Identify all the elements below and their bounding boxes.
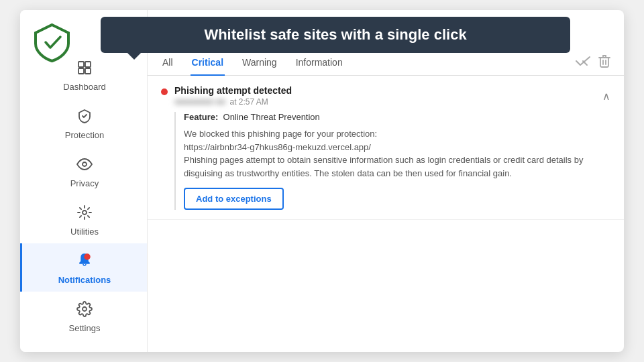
app-logo xyxy=(34,22,70,59)
sidebar-label-utilities: Utilities xyxy=(70,227,99,237)
notification-item: Phishing attempt detected ■■■■■■■■ ■■ at… xyxy=(148,76,624,220)
feature-value: Online Threat Prevention xyxy=(223,112,320,122)
unread-dot xyxy=(161,88,168,95)
notification-description: We blocked this phishing page for your p… xyxy=(184,127,610,180)
tab-actions xyxy=(576,54,610,71)
mark-all-read-button[interactable] xyxy=(576,56,590,70)
bell-icon xyxy=(76,253,93,272)
feature-label: Feature: xyxy=(184,112,218,122)
svg-rect-1 xyxy=(85,62,91,67)
notification-source-blurred: ■■■■■■■■ ■■ xyxy=(174,97,225,107)
tab-warning[interactable]: Warning xyxy=(241,50,278,76)
svg-rect-0 xyxy=(78,62,84,67)
add-to-exceptions-button[interactable]: Add to exceptions xyxy=(184,188,284,210)
sidebar-label-privacy: Privacy xyxy=(70,178,99,188)
notification-feature: Feature: Online Threat Prevention xyxy=(184,112,610,122)
notification-header: Phishing attempt detected ■■■■■■■■ ■■ at… xyxy=(161,85,610,107)
notification-url: https://airbnbr34-g7hkus86g-mekuzd.verce… xyxy=(184,142,371,152)
sidebar-label-settings: Settings xyxy=(69,323,101,333)
description-line2: Phishing pages attempt to obtain sensiti… xyxy=(184,155,583,178)
dashboard-icon xyxy=(76,60,93,78)
svg-rect-2 xyxy=(78,68,84,74)
svg-point-6 xyxy=(85,254,90,259)
svg-point-5 xyxy=(83,210,87,215)
sidebar-label-protection: Protection xyxy=(65,130,105,140)
main-content: All Critical Warning Information xyxy=(148,10,624,352)
eye-icon xyxy=(76,156,93,175)
sidebar-item-settings[interactable]: Settings xyxy=(20,292,147,340)
gear-icon xyxy=(76,301,93,320)
notifications-list: Phishing attempt detected ■■■■■■■■ ■■ at… xyxy=(148,76,624,352)
tabs-bar: All Critical Warning Information xyxy=(148,50,624,76)
sidebar-item-protection[interactable]: Protection xyxy=(20,99,147,147)
description-line1: We blocked this phishing page for your p… xyxy=(184,129,377,139)
tooltip-banner: Whitelist safe sites with a single click xyxy=(101,17,570,53)
notification-title-row: Phishing attempt detected ■■■■■■■■ ■■ at… xyxy=(174,85,610,107)
sidebar-item-utilities[interactable]: Utilities xyxy=(20,195,147,243)
svg-rect-3 xyxy=(85,68,91,74)
tab-information[interactable]: Information xyxy=(294,50,344,76)
tab-all[interactable]: All xyxy=(161,50,174,76)
shield-icon xyxy=(76,108,93,127)
delete-button[interactable] xyxy=(598,54,610,71)
notification-time-label: at 2:57 AM xyxy=(230,97,268,107)
notification-body: Feature: Online Threat Prevention We blo… xyxy=(174,112,610,210)
notification-title: Phishing attempt detected xyxy=(174,85,292,96)
sidebar-item-notifications[interactable]: Notifications xyxy=(20,243,147,292)
sidebar-label-notifications: Notifications xyxy=(58,275,111,285)
notification-time: ■■■■■■■■ ■■ at 2:57 AM xyxy=(174,97,292,107)
sidebar-label-dashboard: Dashboard xyxy=(63,82,106,92)
sidebar-item-privacy[interactable]: Privacy xyxy=(20,147,147,195)
svg-point-4 xyxy=(83,162,87,166)
svg-point-7 xyxy=(83,307,87,311)
tooltip-text: Whitelist safe sites with a single click xyxy=(204,26,466,43)
app-window: Whitelist safe sites with a single click… xyxy=(20,10,624,352)
expand-icon[interactable]: ∧ xyxy=(602,90,610,103)
utilities-icon xyxy=(76,204,93,223)
notification-title-block: Phishing attempt detected ■■■■■■■■ ■■ at… xyxy=(174,85,292,107)
tab-critical[interactable]: Critical xyxy=(191,50,225,76)
